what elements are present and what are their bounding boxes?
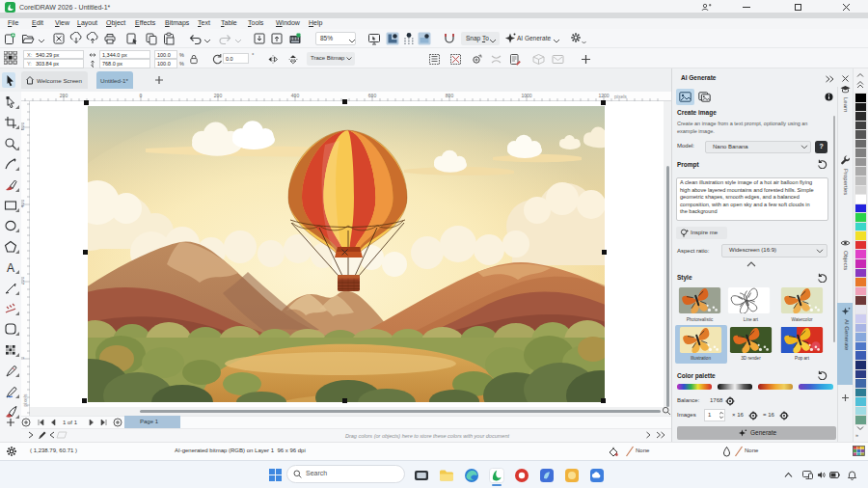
svg-text:A: A bbox=[7, 261, 14, 274]
